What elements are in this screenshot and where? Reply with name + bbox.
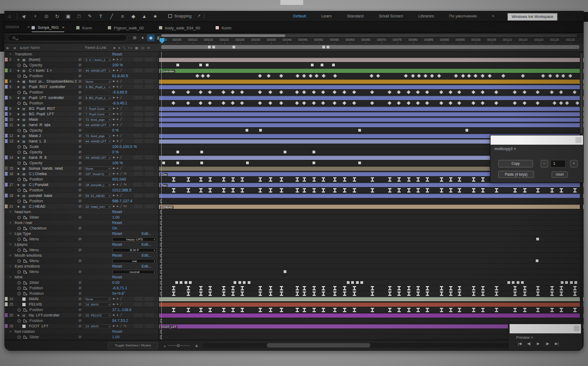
stopwatch-icon[interactable]	[17, 75, 21, 78]
layer-duration-bar[interactable]	[159, 123, 584, 127]
shy-star-icon[interactable]: ★	[17, 123, 20, 127]
keyframe-square[interactable]	[521, 281, 524, 284]
parent-dropdown[interactable]: 107. Vocal:C|▾	[84, 172, 111, 176]
pick-whip-icon[interactable]: @	[78, 69, 82, 72]
keyframe-ibeam[interactable]	[495, 188, 498, 193]
shy-star-icon[interactable]: ★	[17, 139, 20, 143]
keyframe-ibeam[interactable]	[231, 291, 235, 296]
keyframe-ibeam[interactable]	[481, 291, 485, 296]
keyframe-ibeam[interactable]	[280, 177, 283, 182]
keyframe-square[interactable]	[507, 281, 510, 284]
layer-name[interactable]: BG_Pupil_RGT	[29, 107, 77, 110]
keyframe-ibeam[interactable]	[523, 308, 526, 312]
keyframe-ibeam[interactable]	[560, 286, 563, 290]
layer-row[interactable]: 5★▤Pupil_RGT_controller@9. BG_Pupil_L▾♣ …	[4, 84, 584, 90]
parent-dropdown[interactable]: 44. HAND LFT▾	[84, 123, 111, 127]
zoom-out-mountain-icon[interactable]: ▲	[163, 344, 166, 348]
keyframe-diamond[interactable]	[295, 101, 299, 105]
layer-name[interactable]: feed_pi..._DropdownMenu 2	[29, 79, 77, 83]
keyframe-ibeam[interactable]	[322, 177, 325, 182]
keyframe-diamond[interactable]	[430, 74, 434, 78]
graph-icon[interactable]	[23, 216, 27, 219]
stopwatch-icon[interactable]	[17, 249, 21, 252]
keyframe-diamond[interactable]	[279, 101, 283, 105]
layer-switches[interactable]: ♣ ♦ ╱	[113, 302, 122, 306]
property-group-row[interactable]: ∨foot rotationReset	[4, 329, 584, 334]
layer-duration-bar[interactable]	[159, 194, 584, 198]
keyframe-ibeam[interactable]	[397, 177, 401, 182]
keyframe-diamond[interactable]	[208, 101, 212, 105]
keyframe-diamond[interactable]	[342, 90, 346, 94]
keyframe-diamond[interactable]	[513, 90, 517, 94]
keyframe-square[interactable]	[248, 281, 250, 284]
composition-marker[interactable]	[322, 46, 325, 48]
rotobrush-tool-icon[interactable]: ▲	[139, 11, 150, 21]
layer-name[interactable]: Mask 2	[29, 134, 77, 138]
property-row[interactable]: Menu@eat▾	[4, 258, 584, 264]
keyframe-diamond[interactable]	[199, 90, 203, 94]
keyframe-ibeam[interactable]	[209, 308, 212, 312]
keyframe-diamond[interactable]	[333, 90, 336, 94]
pick-whip-icon[interactable]: @	[78, 177, 82, 181]
property-value[interactable]: 1012,388.5	[112, 188, 131, 192]
keyframe-diamond[interactable]	[231, 90, 235, 94]
keyframe-diamond[interactable]	[417, 74, 421, 78]
parent-dropdown[interactable]: None▾	[84, 297, 111, 301]
play-button[interactable]: ▶	[534, 342, 543, 346]
keyframe-ibeam[interactable]	[231, 188, 235, 193]
stopwatch-icon[interactable]	[17, 151, 21, 154]
keyframe-ibeam[interactable]	[259, 308, 262, 312]
keyframe-ibeam[interactable]	[296, 291, 299, 296]
zoom-in-mountain-icon[interactable]: ▲	[194, 343, 199, 348]
layer-color-swatch[interactable]	[5, 117, 8, 121]
layer-row[interactable]: 8★▤BG_Pupil_RGT@7. Pupil Contr▾♣ ♦ ╱	[4, 106, 584, 111]
keyframe-ibeam[interactable]	[313, 308, 316, 312]
draft-3d-icon[interactable]: ♦	[139, 34, 146, 41]
layer-color-swatch[interactable]	[5, 194, 8, 197]
workspace-item[interactable]: Standard	[347, 14, 363, 18]
next-frame-button[interactable]: |▶	[543, 342, 552, 346]
time-ruler[interactable]: 0 00005000100001500020000250003000035000…	[159, 37, 584, 44]
shy-star-icon[interactable]: ★	[17, 194, 20, 197]
layer-duration-bar[interactable]	[159, 297, 584, 301]
property-value[interactable]: 586.7,137.4	[112, 199, 132, 203]
layer-name[interactable]: MAIN	[29, 297, 77, 301]
close-tab-icon[interactable]: ×	[27, 24, 30, 29]
keyframe-ibeam[interactable]	[187, 286, 190, 290]
zoom-slider[interactable]	[168, 345, 190, 346]
property-value[interactable]: 0 %	[112, 128, 119, 132]
keyframe-diamond[interactable]	[258, 101, 262, 105]
property-value[interactable]: 0x+9.6°	[112, 291, 125, 295]
menu-dropdown[interactable]: neutral▾	[112, 270, 157, 274]
stopwatch-icon[interactable]	[17, 216, 21, 219]
keyframe-ibeam[interactable]	[231, 308, 235, 312]
toggle-switches-modes-button[interactable]: Toggle Switches / Modes	[108, 342, 158, 349]
keyframe-square[interactable]	[200, 162, 203, 164]
pick-whip-icon[interactable]: @	[78, 308, 82, 311]
stopwatch-icon[interactable]	[17, 189, 21, 192]
keyframe-ibeam[interactable]	[209, 286, 212, 290]
pick-whip-icon[interactable]: @	[78, 335, 82, 338]
keyframe-ibeam[interactable]	[426, 286, 429, 290]
keyframe-ibeam[interactable]	[440, 291, 443, 296]
property-value[interactable]: 0.00	[112, 281, 120, 284]
layer-row[interactable]: 28FOOT_LFT@24. MAIN▾♣ ♦ ╱ fxFOOT_LFT	[4, 324, 584, 329]
layer-switches[interactable]: ♣ ♦ ╱ fx	[113, 183, 127, 186]
copy-count-field[interactable]: 1	[550, 160, 566, 168]
keyframe-diamond[interactable]	[404, 74, 408, 78]
keyframe-diamond[interactable]	[397, 101, 401, 105]
property-row[interactable]: Menu@neutral▾	[4, 269, 584, 275]
shy-star-icon[interactable]: ★	[17, 107, 20, 110]
keyframe-diamond[interactable]	[312, 90, 316, 94]
graph-icon[interactable]	[23, 270, 27, 274]
property-row[interactable]: Position@84.7,53.2	[4, 318, 584, 324]
property-value[interactable]: 100.0,100.0 %	[112, 145, 137, 148]
property-value[interactable]: 100 %	[112, 63, 123, 67]
stopwatch-icon[interactable]	[17, 287, 21, 290]
keyframe-ibeam[interactable]	[353, 308, 356, 312]
keyframe-diamond[interactable]	[352, 90, 356, 94]
keyframe-square[interactable]	[246, 129, 248, 132]
shy-star-icon[interactable]: ★	[17, 112, 20, 116]
layer-duration-bar[interactable]	[159, 79, 584, 84]
keyframe-ibeam[interactable]	[481, 286, 485, 290]
